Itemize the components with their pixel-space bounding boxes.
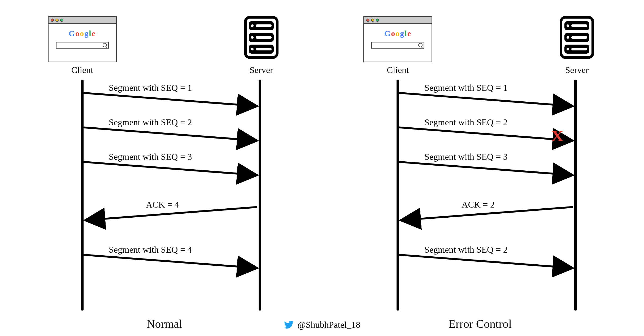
panel-error: Google Client Server Segment with SEQ = … [334,0,626,336]
arrow-seq4 [84,255,257,268]
twitter-icon [284,320,294,330]
arrow-seq1 [84,93,257,106]
arrows-svg [334,0,626,336]
label-ack: ACK = 2 [462,200,495,210]
arrow-retransmit [399,255,573,268]
label-seq3: Segment with SEQ = 3 [109,152,192,162]
arrow-seq3 [399,162,573,175]
label-seq1: Segment with SEQ = 1 [424,83,508,93]
footer: @ShubhPatel_18 [0,320,644,330]
panel-normal: Google Client Server Segment [19,0,310,336]
arrow-seq2 [84,127,257,141]
lost-segment-x-icon: X [551,127,564,145]
arrow-seq3 [84,162,257,175]
label-seq1: Segment with SEQ = 1 [109,83,192,93]
label-ack: ACK = 4 [146,200,179,210]
label-seq4: Segment with SEQ = 4 [109,245,192,255]
label-seq2: Segment with SEQ = 2 [424,117,508,127]
label-seq3: Segment with SEQ = 3 [424,152,508,162]
label-seq2: Segment with SEQ = 2 [109,117,192,127]
author-handle: @ShubhPatel_18 [297,320,360,330]
arrow-seq2-lost [399,127,573,141]
arrows-svg [19,0,310,336]
arrow-seq1 [399,93,573,106]
label-seq4: Segment with SEQ = 2 [424,245,508,255]
